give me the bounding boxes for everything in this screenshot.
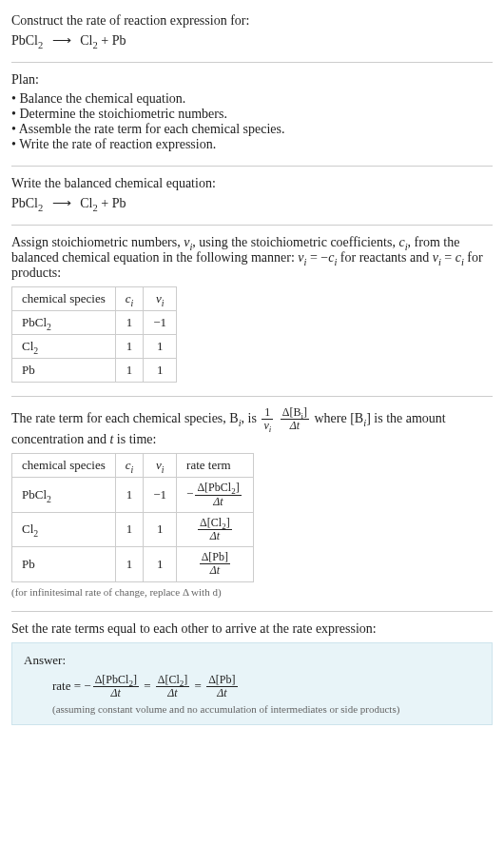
arrow-icon: ⟶ (52, 33, 71, 48)
intro-prompt: Construct the rate of reaction expressio… (11, 13, 493, 29)
cell-species: Pb (12, 359, 116, 383)
stoich-section: Assign stoichiometric numbers, νi, using… (11, 229, 493, 392)
frac-1-over-nu: 1 νi (262, 406, 273, 432)
answer-label: Answer: (24, 653, 480, 668)
stoich-text: Assign stoichiometric numbers, νi, using… (11, 235, 493, 281)
balanced-heading: Write the balanced chemical equation: (11, 176, 493, 191)
cell-species: PbCl2 (12, 311, 116, 335)
final-heading: Set the rate terms equal to each other t… (11, 621, 493, 637)
col-rate: rate term (177, 454, 254, 478)
table-row: PbCl2 1 −1 − Δ[PbCl2] Δt (12, 478, 254, 512)
table-row: Cl2 1 1 (12, 335, 177, 359)
balanced-section: Write the balanced chemical equation: Pb… (11, 170, 493, 221)
reactant: PbCl2 (11, 196, 43, 210)
cell-nu: −1 (144, 478, 177, 512)
rateterm-text: The rate term for each chemical species,… (11, 406, 493, 447)
cell-c: 1 (115, 547, 144, 581)
divider (11, 62, 493, 63)
table-header-row: chemical species ci νi (12, 287, 177, 311)
table-row: PbCl2 1 −1 (12, 311, 177, 335)
divider (11, 166, 493, 167)
answer-box: Answer: rate = − Δ[PbCl2] Δt = Δ[Cl2] Δt… (11, 642, 493, 725)
col-nu: νi (144, 287, 177, 311)
cell-c: 1 (115, 359, 144, 383)
rate-expression: rate = − Δ[PbCl2] Δt = Δ[Cl2] Δt = Δ[Pb]… (52, 674, 480, 699)
plan-section: Plan: • Balance the chemical equation. •… (11, 67, 493, 162)
plan-item: • Assemble the rate term for each chemic… (11, 122, 493, 137)
answer-note: (assuming constant volume and no accumul… (52, 703, 480, 715)
table-row: Cl2 1 1 Δ[Cl2] Δt (12, 512, 254, 546)
stoich-table: chemical species ci νi PbCl2 1 −1 Cl2 1 … (11, 286, 177, 383)
product1: Cl2 (80, 196, 97, 210)
product2: Pb (112, 196, 126, 210)
cell-nu: −1 (144, 311, 177, 335)
plan-item: • Balance the chemical equation. (11, 91, 493, 107)
divider (11, 611, 493, 612)
col-c: ci (115, 287, 144, 311)
cell-c: 1 (115, 512, 144, 546)
plan-item: • Determine the stoichiometric numbers. (11, 107, 493, 122)
plan-list: • Balance the chemical equation. • Deter… (11, 91, 493, 152)
intro-section: Construct the rate of reaction expressio… (11, 8, 493, 58)
divider (11, 225, 493, 226)
plan-heading: Plan: (11, 72, 493, 88)
product1: Cl2 (80, 33, 97, 48)
intro-equation: PbCl2 ⟶ Cl2 + Pb (11, 32, 493, 49)
table-header-row: chemical species ci νi rate term (12, 454, 254, 478)
cell-species: Cl2 (12, 512, 116, 546)
reactant: PbCl2 (11, 33, 43, 48)
product2: Pb (112, 33, 126, 48)
balanced-equation: PbCl2 ⟶ Cl2 + Pb (11, 195, 493, 211)
col-c: ci (115, 454, 144, 478)
col-nu: νi (144, 454, 177, 478)
final-section: Set the rate terms equal to each other t… (11, 616, 493, 735)
cell-nu: 1 (144, 547, 177, 581)
rateterm-table: chemical species ci νi rate term PbCl2 1… (11, 453, 254, 581)
cell-rate: Δ[Pb] Δt (177, 547, 254, 581)
divider (11, 396, 493, 397)
table-row: Pb 1 1 (12, 359, 177, 383)
cell-species: Pb (12, 547, 116, 581)
rateterm-section: The rate term for each chemical species,… (11, 401, 493, 607)
cell-rate: − Δ[PbCl2] Δt (177, 478, 254, 512)
cell-c: 1 (115, 335, 144, 359)
cell-species: Cl2 (12, 335, 116, 359)
cell-nu: 1 (144, 359, 177, 383)
col-species: chemical species (12, 454, 116, 478)
cell-c: 1 (115, 311, 144, 335)
cell-c: 1 (115, 478, 144, 512)
cell-nu: 1 (144, 335, 177, 359)
col-species: chemical species (12, 287, 116, 311)
cell-nu: 1 (144, 512, 177, 546)
rateterm-note: (for infinitesimal rate of change, repla… (11, 586, 493, 598)
frac-delta-b: Δ[Bi] Δt (281, 406, 309, 432)
cell-species: PbCl2 (12, 478, 116, 512)
table-row: Pb 1 1 Δ[Pb] Δt (12, 547, 254, 581)
arrow-icon: ⟶ (52, 196, 71, 210)
plan-item: • Write the rate of reaction expression. (11, 137, 493, 152)
cell-rate: Δ[Cl2] Δt (177, 512, 254, 546)
